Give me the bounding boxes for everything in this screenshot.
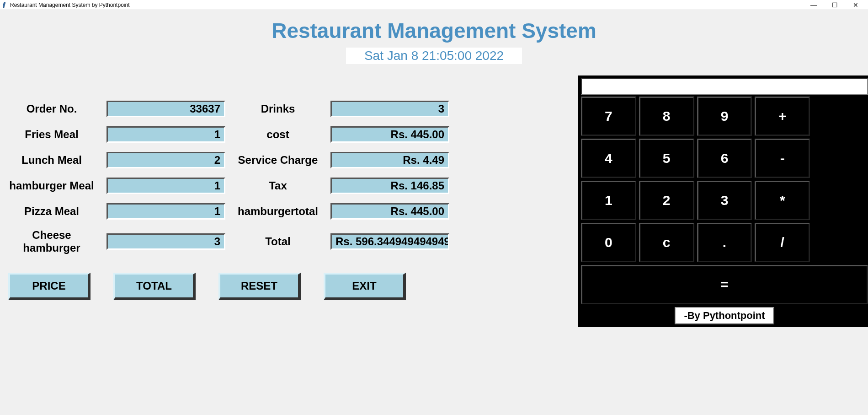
label-service: Service Charge xyxy=(232,154,324,167)
calc-key-7[interactable]: 7 xyxy=(581,97,636,136)
label-cost: cost xyxy=(232,128,324,141)
label-tax: Tax xyxy=(232,179,324,192)
label-lunch: Lunch Meal xyxy=(4,154,100,167)
window-title: Restaurant Management System by Pythontp… xyxy=(10,2,129,8)
calc-key-4[interactable]: 4 xyxy=(581,139,636,178)
calc-key-3[interactable]: 3 xyxy=(697,181,752,220)
calc-key-6[interactable]: 6 xyxy=(697,139,752,178)
calc-key-divide[interactable]: / xyxy=(755,223,810,262)
input-cheese[interactable]: 3 xyxy=(107,233,225,250)
action-buttons: PRICE TOTAL RESET EXIT xyxy=(4,273,575,300)
label-hamburgertotal: hamburgertotal xyxy=(232,205,324,218)
label-hamburger: hamburger Meal xyxy=(4,179,100,192)
calc-key-2[interactable]: 2 xyxy=(639,181,694,220)
calc-key-clear[interactable]: c xyxy=(639,223,694,262)
price-button[interactable]: PRICE xyxy=(8,273,91,300)
calc-key-equals[interactable]: = xyxy=(581,265,868,304)
input-hamburgertotal[interactable]: Rs. 445.00 xyxy=(330,203,449,220)
label-order-no: Order No. xyxy=(4,102,100,115)
order-form: Order No. 33637 Drinks 3 Fries Meal 1 co… xyxy=(4,101,575,254)
calc-key-plus[interactable]: + xyxy=(755,97,810,136)
app-icon xyxy=(2,2,8,8)
calc-key-dot[interactable]: . xyxy=(697,223,752,262)
calc-credit: -By Pythontpoint xyxy=(675,307,774,324)
input-fries[interactable]: 1 xyxy=(107,126,225,143)
calc-key-minus[interactable]: - xyxy=(755,139,810,178)
minimize-button[interactable]: — xyxy=(803,0,824,10)
label-cheese: Cheese hamburger xyxy=(4,229,100,254)
input-hamburger[interactable]: 1 xyxy=(107,178,225,194)
input-cost[interactable]: Rs. 445.00 xyxy=(330,126,449,143)
calc-key-0[interactable]: 0 xyxy=(581,223,636,262)
calc-display[interactable] xyxy=(581,78,868,95)
input-total[interactable]: Rs. 596.3449494949496 xyxy=(330,233,449,250)
exit-button[interactable]: EXIT xyxy=(324,273,406,300)
calc-key-8[interactable]: 8 xyxy=(639,97,694,136)
close-button[interactable]: ✕ xyxy=(845,0,866,10)
label-fries: Fries Meal xyxy=(4,128,100,141)
reset-button[interactable]: RESET xyxy=(218,273,301,300)
calculator: 7 8 9 + 4 5 6 - 1 2 3 * 0 c . / = -By Py… xyxy=(578,75,868,327)
calc-key-5[interactable]: 5 xyxy=(639,139,694,178)
titlebar: Restaurant Management System by Pythontp… xyxy=(0,0,868,10)
input-lunch[interactable]: 2 xyxy=(107,152,225,168)
input-tax[interactable]: Rs. 146.85 xyxy=(330,178,449,194)
calc-key-1[interactable]: 1 xyxy=(581,181,636,220)
page-title: Restaurant Management System xyxy=(0,18,868,43)
input-service[interactable]: Rs. 4.49 xyxy=(330,152,449,168)
calc-keypad: 7 8 9 + 4 5 6 - 1 2 3 * 0 c . / = xyxy=(581,97,868,304)
label-total: Total xyxy=(232,235,324,248)
input-drinks[interactable]: 3 xyxy=(330,101,449,117)
maximize-button[interactable]: ☐ xyxy=(824,0,845,10)
date-text: Sat Jan 8 21:05:00 2022 xyxy=(364,49,504,63)
calc-key-9[interactable]: 9 xyxy=(697,97,752,136)
calc-key-multiply[interactable]: * xyxy=(755,181,810,220)
label-pizza: Pizza Meal xyxy=(4,205,100,218)
input-pizza[interactable]: 1 xyxy=(107,203,225,220)
total-button[interactable]: TOTAL xyxy=(113,273,196,300)
input-order-no[interactable]: 33637 xyxy=(107,101,225,117)
label-drinks: Drinks xyxy=(232,102,324,115)
date-display: Sat Jan 8 21:05:00 2022 xyxy=(346,48,522,64)
